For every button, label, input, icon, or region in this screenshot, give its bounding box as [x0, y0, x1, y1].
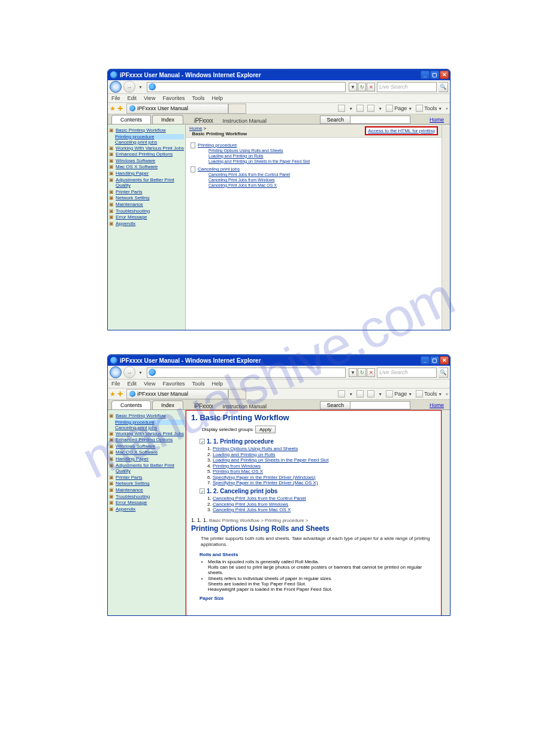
- checkbox-icon[interactable]: ✓: [200, 439, 205, 444]
- toolbar-overflow[interactable]: »: [446, 392, 448, 396]
- sidebar-item[interactable]: ▣Mac OS X Software: [109, 450, 184, 456]
- tools-menu[interactable]: Tools▼: [416, 105, 442, 112]
- sidebar-item[interactable]: ▣Maintenance: [109, 487, 184, 493]
- topic-link[interactable]: Loading and Printing on Rolls: [213, 452, 276, 457]
- menu-file[interactable]: File: [111, 95, 120, 101]
- section-link[interactable]: Canceling print jobs: [198, 166, 240, 172]
- menu-help[interactable]: Help: [211, 95, 223, 101]
- minimize-button[interactable]: _: [421, 356, 430, 365]
- home-icon[interactable]: [338, 105, 345, 112]
- forward-button[interactable]: [123, 81, 135, 93]
- sidebar-item[interactable]: ▣Windows Software: [109, 444, 184, 450]
- topic-link[interactable]: Canceling Print Jobs from Windows: [213, 502, 288, 507]
- topic-link[interactable]: Loading and Printing on Rolls: [208, 154, 263, 158]
- sidebar-item[interactable]: ▣Appendix: [109, 506, 184, 512]
- browser-search-input[interactable]: Live Search: [377, 368, 437, 378]
- browser-tab-current[interactable]: iPFxxxx User Manual: [126, 104, 228, 114]
- sidebar-item[interactable]: ▣Troubleshooting: [109, 494, 184, 500]
- maximize-button[interactable]: ▢: [430, 356, 439, 365]
- refresh-button[interactable]: ↻: [358, 368, 366, 377]
- sidebar-item[interactable]: ▣Printer Parts: [109, 475, 184, 481]
- print-icon[interactable]: [367, 390, 374, 397]
- minimize-button[interactable]: _: [421, 71, 430, 79]
- feeds-icon[interactable]: [356, 105, 364, 112]
- topic-link[interactable]: Specifying Paper in the Printer Driver (…: [213, 480, 318, 485]
- sidebar-sub-item[interactable]: Printing procedure: [115, 420, 184, 425]
- sidebar-item[interactable]: ▣Basic Printing Workflow: [109, 127, 184, 133]
- app-search-button[interactable]: Search: [320, 116, 350, 124]
- back-button[interactable]: [110, 81, 122, 93]
- page-menu[interactable]: Page▼: [386, 105, 412, 112]
- topic-link[interactable]: Canceling Print Jobs from the Control Pa…: [208, 172, 290, 177]
- address-bar[interactable]: [147, 82, 346, 92]
- browser-search-input[interactable]: Live Search: [377, 82, 437, 92]
- home-icon[interactable]: [338, 390, 345, 397]
- address-bar[interactable]: [147, 368, 346, 378]
- sidebar-item[interactable]: ▣Adjustments for Better Print Quality: [109, 463, 184, 474]
- menu-file[interactable]: File: [111, 381, 120, 387]
- nav-history-dropdown[interactable]: ▼: [138, 371, 143, 375]
- topic-link[interactable]: Canceling Print Jobs from Mac OS X: [208, 183, 277, 187]
- toolbar-overflow[interactable]: »: [446, 107, 448, 111]
- print-icon[interactable]: [367, 105, 374, 112]
- new-tab-button[interactable]: [228, 389, 246, 399]
- sidebar-item[interactable]: ▣Working With Various Print Jobs: [109, 145, 184, 151]
- app-home-link[interactable]: Home: [430, 114, 444, 125]
- print-html-link[interactable]: Access to the HTML for printing: [365, 126, 438, 135]
- topic-link[interactable]: Canceling Print Jobs from Mac OS X: [213, 507, 291, 512]
- app-search-input[interactable]: [350, 116, 410, 124]
- close-button[interactable]: ✕: [440, 356, 449, 365]
- sidebar-item[interactable]: ▣Error Message: [109, 214, 184, 220]
- stop-button[interactable]: ✕: [367, 368, 375, 377]
- menu-tools[interactable]: Tools: [192, 95, 204, 101]
- addr-dropdown-button[interactable]: ▼: [349, 368, 357, 377]
- feeds-icon[interactable]: [356, 390, 364, 397]
- apply-button[interactable]: Apply: [255, 426, 276, 433]
- app-search-button[interactable]: Search: [320, 401, 350, 409]
- sidebar-item[interactable]: ▣Adjustments for Better Print Quality: [109, 177, 184, 189]
- forward-button[interactable]: [123, 366, 135, 378]
- topic-link[interactable]: Printing Options Using Rolls and Sheets: [208, 148, 283, 153]
- sidebar-item[interactable]: ▣Working With Various Print Jobs: [109, 431, 184, 437]
- app-home-link[interactable]: Home: [430, 400, 444, 410]
- topic-link[interactable]: Canceling Print Jobs from the Control Pa…: [213, 496, 306, 501]
- tab-contents[interactable]: Contents: [111, 400, 151, 409]
- nav-history-dropdown[interactable]: ▼: [138, 85, 143, 89]
- stop-button[interactable]: ✕: [367, 83, 375, 92]
- menu-view[interactable]: View: [144, 95, 155, 101]
- sidebar-item[interactable]: ▣Troubleshooting: [109, 208, 184, 214]
- sidebar-item[interactable]: ▣Printer Parts: [109, 189, 184, 195]
- sidebar-item[interactable]: ▣Appendix: [109, 221, 184, 227]
- sidebar-item[interactable]: ▣Windows Software: [109, 158, 184, 164]
- back-button[interactable]: [110, 366, 122, 378]
- scrollbar[interactable]: [442, 125, 450, 330]
- breadcrumb-home-link[interactable]: Home: [189, 126, 202, 131]
- sidebar-sub-item[interactable]: Printing procedure: [115, 134, 184, 139]
- menu-favorites[interactable]: Favorites: [162, 381, 185, 387]
- topic-link[interactable]: Loading and Printing on Sheets in the Pa…: [213, 457, 328, 463]
- section-link[interactable]: Printing procedure: [198, 142, 237, 148]
- menu-help[interactable]: Help: [211, 381, 223, 387]
- menu-favorites[interactable]: Favorites: [162, 95, 185, 101]
- addr-dropdown-button[interactable]: ▼: [349, 83, 357, 92]
- favorites-star-icon[interactable]: ★: [110, 105, 116, 113]
- menu-tools[interactable]: Tools: [192, 381, 204, 387]
- menu-view[interactable]: View: [144, 381, 155, 387]
- tab-index[interactable]: Index: [152, 400, 183, 409]
- maximize-button[interactable]: ▢: [430, 71, 439, 79]
- sidebar-item[interactable]: ▣Enhanced Printing Options: [109, 437, 184, 443]
- tab-contents[interactable]: Contents: [111, 115, 151, 124]
- topic-link[interactable]: Printing from Mac OS X: [213, 469, 263, 474]
- sidebar-item[interactable]: ▣Error Message: [109, 500, 184, 506]
- sidebar-item[interactable]: ▣Network Setting: [109, 481, 184, 487]
- sidebar-item[interactable]: ▣Handling Paper: [109, 171, 184, 177]
- sidebar-item[interactable]: ▣Enhanced Printing Options: [109, 151, 184, 157]
- sidebar-sub-item[interactable]: Canceling print jobs: [115, 139, 184, 145]
- browser-search-go-button[interactable]: 🔍: [439, 82, 448, 92]
- browser-search-go-button[interactable]: 🔍: [439, 368, 448, 378]
- sidebar-item[interactable]: ▣Mac OS X Software: [109, 164, 184, 170]
- sidebar-item[interactable]: ▣Network Setting: [109, 195, 184, 201]
- menu-edit[interactable]: Edit: [128, 381, 137, 387]
- menu-edit[interactable]: Edit: [128, 95, 137, 101]
- new-tab-button[interactable]: [228, 104, 246, 114]
